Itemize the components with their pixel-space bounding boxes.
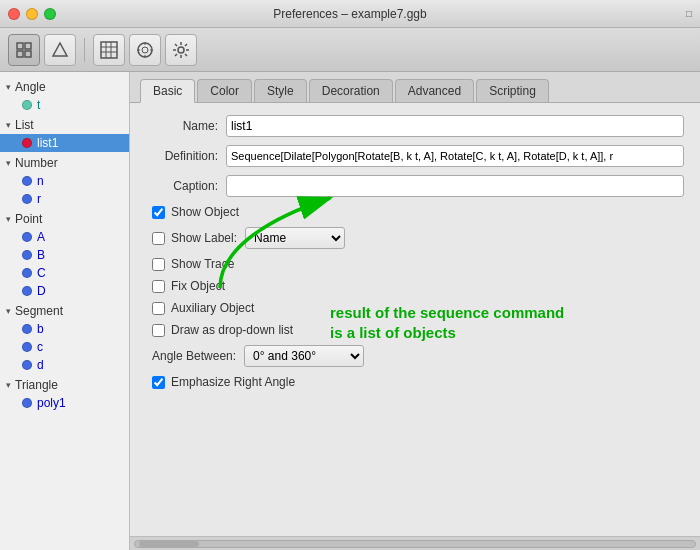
toolbar-target-button[interactable] — [129, 34, 161, 66]
sidebar-group-list[interactable]: ▾ List — [0, 116, 129, 134]
resize-icon: □ — [686, 8, 692, 19]
sidebar-item-label: D — [37, 284, 46, 298]
sidebar-item-label: n — [37, 174, 44, 188]
collapse-triangle-icon: ▾ — [6, 120, 11, 130]
name-label: Name: — [146, 119, 226, 133]
sidebar-item-label: c — [37, 340, 43, 354]
toolbar-mode-button[interactable] — [8, 34, 40, 66]
tab-scripting[interactable]: Scripting — [476, 79, 549, 102]
window-controls[interactable] — [8, 8, 56, 20]
angle-between-label: Angle Between: — [152, 349, 236, 363]
toolbar-triangle-button[interactable] — [44, 34, 76, 66]
fix-object-label[interactable]: Fix Object — [171, 279, 225, 293]
emphasize-right-angle-row: Emphasize Right Angle — [146, 375, 684, 389]
maximize-button[interactable] — [44, 8, 56, 20]
sidebar-item-b[interactable]: b — [0, 320, 129, 338]
auxiliary-object-checkbox[interactable] — [152, 302, 165, 315]
content-area: Basic Color Style Decoration Advanced Sc… — [130, 72, 700, 550]
sidebar-item-C[interactable]: C — [0, 264, 129, 282]
sidebar-group-number[interactable]: ▾ Number — [0, 154, 129, 172]
sidebar-section-number: ▾ Number n r — [0, 154, 129, 208]
sidebar-item-label: A — [37, 230, 45, 244]
caption-row: Caption: — [146, 175, 684, 197]
caption-input[interactable] — [226, 175, 684, 197]
grid-icon — [100, 41, 118, 59]
sidebar-section-segment: ▾ Segment b c d — [0, 302, 129, 374]
svg-rect-0 — [17, 43, 23, 49]
show-object-row: Show Object — [146, 205, 684, 219]
sidebar-item-B[interactable]: B — [0, 246, 129, 264]
sidebar-item-label: t — [37, 98, 40, 112]
svg-rect-5 — [101, 42, 117, 58]
sidebar-item-label: list1 — [37, 136, 58, 150]
show-object-label[interactable]: Show Object — [171, 205, 239, 219]
sidebar-item-label: poly1 — [37, 396, 66, 410]
emphasize-right-angle-checkbox[interactable] — [152, 376, 165, 389]
window-title: Preferences – example7.ggb — [273, 7, 426, 21]
collapse-triangle-icon: ▾ — [6, 82, 11, 92]
minimize-button[interactable] — [26, 8, 38, 20]
sidebar-section-angle: ▾ Angle t — [0, 78, 129, 114]
form-content: Name: Definition: Caption: Show Object — [130, 103, 700, 536]
emphasize-right-angle-label[interactable]: Emphasize Right Angle — [171, 375, 295, 389]
sidebar-item-r[interactable]: r — [0, 190, 129, 208]
sidebar-item-n[interactable]: n — [0, 172, 129, 190]
sidebar-item-poly1[interactable]: poly1 — [0, 394, 129, 412]
sidebar-group-segment[interactable]: ▾ Segment — [0, 302, 129, 320]
scrollbar-thumb[interactable] — [139, 541, 199, 547]
svg-marker-4 — [53, 43, 67, 56]
show-object-checkbox[interactable] — [152, 206, 165, 219]
show-trace-label[interactable]: Show Trace — [171, 257, 234, 271]
sidebar-group-angle[interactable]: ▾ Angle — [0, 78, 129, 96]
sidebar-item-A[interactable]: A — [0, 228, 129, 246]
fix-object-checkbox[interactable] — [152, 280, 165, 293]
tab-decoration[interactable]: Decoration — [309, 79, 393, 102]
definition-input[interactable] — [226, 145, 684, 167]
sidebar-item-label: r — [37, 192, 41, 206]
angle-between-dropdown[interactable]: 0° and 360° — [244, 345, 364, 367]
show-label-dropdown[interactable]: Name — [245, 227, 345, 249]
caption-label: Caption: — [146, 179, 226, 193]
sidebar-item-t[interactable]: t — [0, 96, 129, 114]
sidebar-group-list-label: List — [15, 118, 34, 132]
collapse-triangle-icon: ▾ — [6, 214, 11, 224]
show-trace-row: Show Trace — [146, 257, 684, 271]
draw-dropdown-label[interactable]: Draw as drop-down list — [171, 323, 293, 337]
sidebar-item-c[interactable]: c — [0, 338, 129, 356]
tab-advanced[interactable]: Advanced — [395, 79, 474, 102]
show-label-row: Show Label: Name — [146, 227, 684, 249]
sidebar-group-triangle[interactable]: ▾ Triangle — [0, 376, 129, 394]
auxiliary-object-label[interactable]: Auxiliary Object — [171, 301, 254, 315]
tab-basic[interactable]: Basic — [140, 79, 195, 103]
collapse-triangle-icon: ▾ — [6, 306, 11, 316]
dot-icon — [22, 360, 32, 370]
tabs-bar: Basic Color Style Decoration Advanced Sc… — [130, 72, 700, 103]
target-icon — [136, 41, 154, 59]
svg-rect-3 — [25, 51, 31, 57]
scrollbar-track[interactable] — [134, 540, 696, 548]
sidebar-item-label: b — [37, 322, 44, 336]
show-trace-checkbox[interactable] — [152, 258, 165, 271]
close-button[interactable] — [8, 8, 20, 20]
sidebar-item-D[interactable]: D — [0, 282, 129, 300]
toolbar-grid-button[interactable] — [93, 34, 125, 66]
toolbar-settings-button[interactable] — [165, 34, 197, 66]
dot-icon — [22, 250, 32, 260]
tab-style[interactable]: Style — [254, 79, 307, 102]
fix-object-row: Fix Object — [146, 279, 684, 293]
sidebar-item-label: C — [37, 266, 46, 280]
show-label-checkbox[interactable] — [152, 232, 165, 245]
definition-label: Definition: — [146, 149, 226, 163]
dot-icon — [22, 138, 32, 148]
tab-color[interactable]: Color — [197, 79, 252, 102]
sidebar-item-d[interactable]: d — [0, 356, 129, 374]
name-input[interactable] — [226, 115, 684, 137]
sidebar-section-point: ▾ Point A B C D — [0, 210, 129, 300]
sidebar-item-list1[interactable]: list1 — [0, 134, 129, 152]
dot-icon — [22, 324, 32, 334]
toolbar-separator — [84, 38, 85, 62]
sidebar-item-label: B — [37, 248, 45, 262]
draw-dropdown-checkbox[interactable] — [152, 324, 165, 337]
dot-icon — [22, 398, 32, 408]
sidebar-group-point[interactable]: ▾ Point — [0, 210, 129, 228]
